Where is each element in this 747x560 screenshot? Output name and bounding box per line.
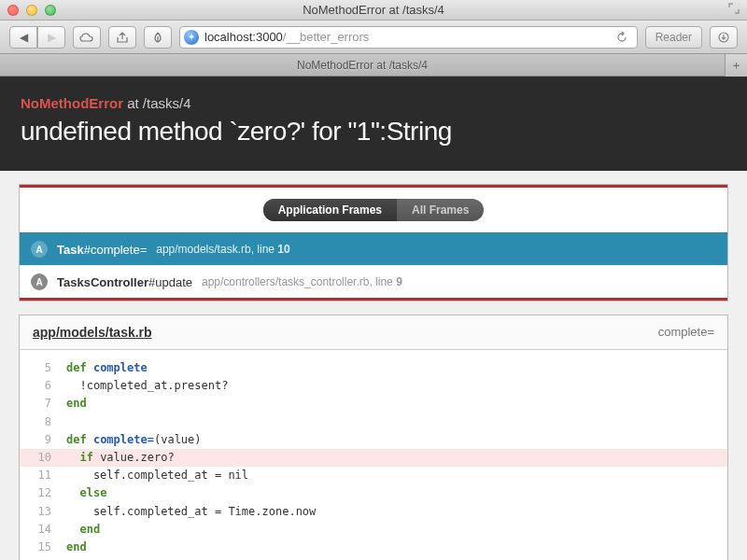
frame-badge: A xyxy=(31,273,48,290)
error-header: NoMethodError at /tasks/4 undefined meth… xyxy=(0,77,747,171)
nav-buttons: ◀ ▶ xyxy=(9,26,65,49)
tab-all-frames[interactable]: All Frames xyxy=(397,199,484,221)
code-line: 12 else xyxy=(20,484,727,502)
frame-method: TasksController#update xyxy=(57,275,192,289)
url-text: localhost:3000/__better_errors xyxy=(204,30,369,44)
code-text: def complete xyxy=(66,359,148,377)
line-number: 5 xyxy=(20,359,66,377)
back-button[interactable]: ◀ xyxy=(9,26,37,49)
url-host: localhost:3000 xyxy=(204,30,283,44)
frame-row[interactable]: A TasksController#update app/controllers… xyxy=(20,265,727,298)
line-number: 10 xyxy=(20,449,66,467)
frame-method-name: #update xyxy=(148,275,192,289)
frame-method: Task#complete= xyxy=(57,243,147,257)
line-number: 7 xyxy=(20,395,66,413)
code-line: 8 xyxy=(20,413,727,431)
tab-title[interactable]: NoMethodError at /tasks/4 xyxy=(0,59,725,72)
code-line: 15end xyxy=(20,539,727,556)
error-message: undefined method `zero?' for "1":String xyxy=(21,117,726,147)
frame-location: app/controllers/tasks_controller.rb, lin… xyxy=(202,275,402,288)
code-text: end xyxy=(66,521,100,539)
source-method: complete= xyxy=(658,325,714,340)
code-text: def complete=(value) xyxy=(66,431,202,449)
close-icon[interactable] xyxy=(7,5,19,16)
maximize-icon[interactable] xyxy=(45,5,56,16)
reload-button[interactable] xyxy=(611,26,633,49)
browser-toolbar: ◀ ▶ ✦ localhost:3000/__better_errors Rea… xyxy=(0,21,747,54)
downloads-button[interactable] xyxy=(710,26,738,49)
code-text: end xyxy=(66,539,87,556)
panel-accent-bottom xyxy=(20,298,727,301)
forward-button[interactable]: ▶ xyxy=(37,26,65,49)
code-text: else xyxy=(66,484,106,502)
frame-class: Task xyxy=(57,243,84,257)
icloud-button[interactable] xyxy=(73,26,101,49)
line-number: 11 xyxy=(20,467,66,484)
tab-bar: NoMethodError at /tasks/4 ＋ xyxy=(0,54,747,77)
error-path: /tasks/4 xyxy=(143,95,191,111)
code-text: !completed_at.present? xyxy=(66,377,228,395)
line-number: 12 xyxy=(20,484,66,502)
reader-button[interactable]: Reader xyxy=(645,26,702,49)
code-text: self.completed_at = Time.zone.now xyxy=(66,503,316,521)
code-line: 13 self.completed_at = Time.zone.now xyxy=(20,503,727,521)
code-text: end xyxy=(66,395,87,413)
code-line: 9def complete=(value) xyxy=(20,431,727,449)
line-number: 9 xyxy=(20,431,66,449)
address-bar[interactable]: ✦ localhost:3000/__better_errors xyxy=(179,26,638,49)
minimize-icon[interactable] xyxy=(26,5,37,16)
frames-toggle: Application Frames All Frames xyxy=(20,188,727,232)
error-at: at xyxy=(123,95,143,111)
code-line: 6 !completed_at.present? xyxy=(20,377,727,395)
error-title-line: NoMethodError at /tasks/4 xyxy=(21,95,726,111)
exception-name: NoMethodError xyxy=(21,95,123,111)
frames-panel: Application Frames All Frames A Task#com… xyxy=(19,184,728,301)
frame-row[interactable]: A Task#complete= app/models/task.rb, lin… xyxy=(20,232,727,265)
frame-method-name: #complete= xyxy=(84,243,148,257)
line-number: 14 xyxy=(20,521,66,539)
code-line: 14 end xyxy=(20,521,727,539)
share-button[interactable] xyxy=(108,26,136,49)
traffic-lights xyxy=(7,5,56,16)
source-body: 5def complete6 !completed_at.present?7en… xyxy=(20,350,727,560)
line-number: 6 xyxy=(20,377,66,395)
frame-class: TasksController xyxy=(57,275,148,289)
fullscreen-icon[interactable] xyxy=(728,3,740,17)
frame-location: app/models/task.rb, line 10 xyxy=(156,243,289,256)
source-header: app/models/task.rb complete= xyxy=(20,315,727,350)
code-line: 5def complete xyxy=(20,359,727,377)
line-number: 15 xyxy=(20,539,66,556)
code-text: self.completed_at = nil xyxy=(66,467,248,484)
code-text: if value.zero? xyxy=(66,449,175,467)
source-file: app/models/task.rb xyxy=(33,325,152,340)
globe-icon: ✦ xyxy=(184,30,199,45)
line-number: 8 xyxy=(20,413,66,431)
frames-pill: Application Frames All Frames xyxy=(263,199,485,221)
code-line: 11 self.completed_at = nil xyxy=(20,467,727,484)
code-line: 7end xyxy=(20,395,727,413)
page-content: NoMethodError at /tasks/4 undefined meth… xyxy=(0,77,747,560)
source-panel: app/models/task.rb complete= 5def comple… xyxy=(19,315,728,560)
frame-badge: A xyxy=(31,241,48,258)
code-line: 10 if value.zero? xyxy=(20,449,727,467)
window-titlebar: NoMethodError at /tasks/4 xyxy=(0,0,747,21)
line-number: 13 xyxy=(20,503,66,521)
url-path: /__better_errors xyxy=(283,30,370,44)
window-title: NoMethodError at /tasks/4 xyxy=(0,3,747,17)
inspector-button[interactable] xyxy=(144,26,172,49)
new-tab-button[interactable]: ＋ xyxy=(725,54,747,77)
tab-application-frames[interactable]: Application Frames xyxy=(263,199,397,221)
